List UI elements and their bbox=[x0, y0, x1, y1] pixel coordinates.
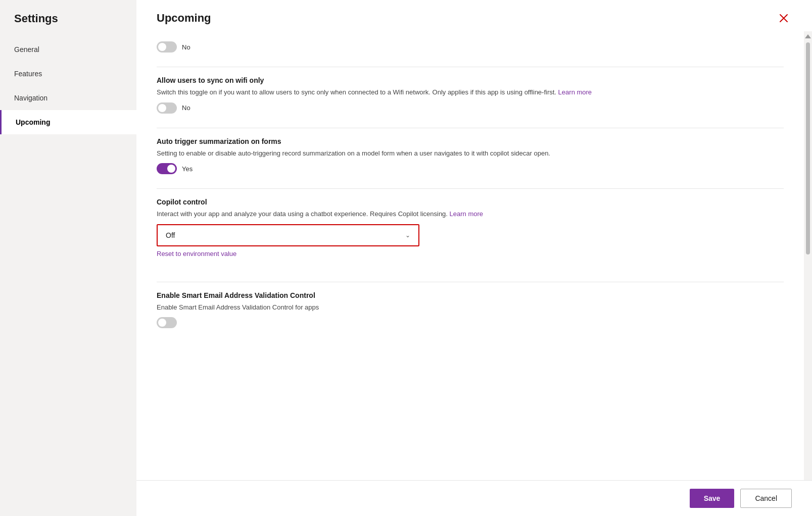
auto-trigger-desc: Setting to enable or disable auto-trigge… bbox=[157, 148, 784, 159]
copilot-learn-more[interactable]: Learn more bbox=[450, 210, 483, 218]
auto-trigger-toggle-label: Yes bbox=[182, 165, 193, 173]
top-toggle-label: No bbox=[182, 43, 190, 51]
footer: Save Cancel bbox=[136, 480, 812, 516]
smart-email-section: Enable Smart Email Address Validation Co… bbox=[157, 291, 784, 329]
wifi-sync-toggle-row: No bbox=[157, 102, 784, 114]
divider-3 bbox=[157, 188, 784, 189]
auto-trigger-section: Auto trigger summarization on forms Sett… bbox=[157, 137, 784, 175]
wifi-sync-section: Allow users to sync on wifi only Switch … bbox=[157, 76, 784, 114]
page-title: Upcoming bbox=[157, 12, 211, 25]
smart-email-desc: Enable Smart Email Address Validation Co… bbox=[157, 302, 784, 313]
cancel-button[interactable]: Cancel bbox=[740, 489, 792, 508]
sidebar-item-features[interactable]: Features bbox=[0, 62, 136, 86]
content-area: No Allow users to sync on wifi only Swit… bbox=[136, 31, 804, 516]
scrollbar-thumb[interactable] bbox=[806, 42, 810, 254]
smart-email-toggle[interactable] bbox=[157, 317, 177, 328]
sidebar-item-upcoming[interactable]: Upcoming bbox=[0, 110, 136, 134]
wifi-sync-desc: Switch this toggle on if you want to all… bbox=[157, 87, 784, 97]
sidebar-item-navigation[interactable]: Navigation bbox=[0, 86, 136, 110]
top-toggle[interactable] bbox=[157, 41, 177, 53]
copilot-desc: Interact with your app and analyze your … bbox=[157, 209, 784, 219]
copilot-reset-link[interactable]: Reset to environment value bbox=[157, 250, 236, 257]
auto-trigger-title: Auto trigger summarization on forms bbox=[157, 137, 784, 145]
auto-trigger-toggle-row: Yes bbox=[157, 163, 784, 174]
scroll-up-arrow[interactable] bbox=[805, 34, 811, 38]
wifi-sync-learn-more[interactable]: Learn more bbox=[558, 88, 592, 96]
scrollbar-track bbox=[804, 31, 812, 516]
content-wrapper: No Allow users to sync on wifi only Swit… bbox=[136, 31, 812, 516]
wifi-sync-title: Allow users to sync on wifi only bbox=[157, 76, 784, 84]
sidebar: Settings General Features Navigation Upc… bbox=[0, 0, 136, 516]
sidebar-item-general[interactable]: General bbox=[0, 37, 136, 62]
header: Upcoming bbox=[136, 0, 812, 31]
copilot-section: Copilot control Interact with your app a… bbox=[157, 198, 784, 268]
top-toggle-section: No bbox=[157, 41, 784, 53]
settings-title: Settings bbox=[0, 12, 136, 37]
smart-email-title: Enable Smart Email Address Validation Co… bbox=[157, 291, 784, 299]
top-toggle-row: No bbox=[157, 41, 784, 53]
divider-4 bbox=[157, 282, 784, 282]
auto-trigger-toggle[interactable] bbox=[157, 163, 177, 174]
copilot-dropdown-value: Off bbox=[166, 231, 175, 239]
divider-2 bbox=[157, 128, 784, 128]
copilot-title: Copilot control bbox=[157, 198, 784, 206]
save-button[interactable]: Save bbox=[690, 489, 735, 508]
copilot-dropdown[interactable]: Off ⌄ bbox=[159, 226, 417, 244]
wifi-sync-toggle[interactable] bbox=[157, 102, 177, 114]
close-button[interactable] bbox=[776, 10, 792, 26]
smart-email-toggle-row bbox=[157, 317, 784, 328]
main-panel: Upcoming No Allow users to sync on wifi bbox=[136, 0, 812, 516]
copilot-dropdown-wrapper: Off ⌄ bbox=[157, 224, 419, 246]
wifi-sync-toggle-label: No bbox=[182, 104, 190, 112]
divider-1 bbox=[157, 67, 784, 67]
chevron-down-icon: ⌄ bbox=[405, 232, 410, 239]
